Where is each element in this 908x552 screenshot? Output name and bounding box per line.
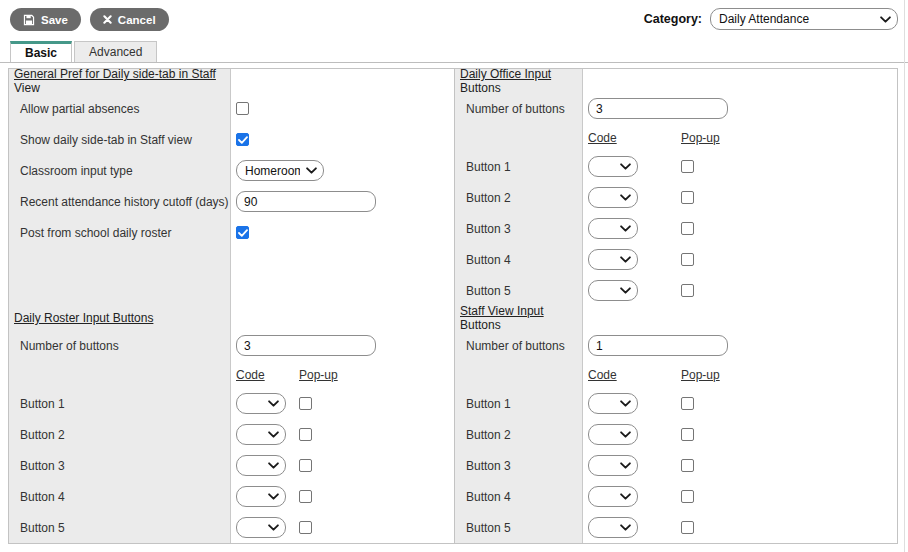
staff-view-input-buttons-number-of-buttons-row: Number of buttons	[455, 330, 897, 361]
daily-office-input-buttons-button-1-code-cell	[588, 156, 681, 177]
daily-roster-input-buttons-button-4-label: Button 4	[20, 490, 65, 504]
daily-office-input-buttons-button-5-code-select[interactable]	[588, 280, 638, 301]
section-title-general-text: General Pref for Daily side-tab in Staff…	[14, 67, 230, 95]
daily-roster-input-buttons-button-2-code-select[interactable]	[236, 424, 286, 445]
staff-view-input-buttons-button-4-row-label-cell: Button 4	[455, 481, 583, 512]
daily-office-input-buttons-button-2-code-select[interactable]	[588, 187, 638, 208]
daily-office-input-buttons-button-5-popup-checkbox[interactable]	[681, 284, 694, 297]
classroom-input-type-row-label-cell: Classroom input type	[9, 155, 231, 186]
staff-view-input-buttons-button-5-popup-checkbox[interactable]	[681, 521, 694, 534]
daily-office-input-buttons-button-4-code-select[interactable]	[588, 249, 638, 270]
daily-roster-input-buttons-button-5-code-select[interactable]	[236, 517, 286, 538]
section-title-daily-office-input-buttons-input-cell	[583, 69, 897, 93]
staff-view-input-buttons-button-2-row-label-cell: Button 2	[455, 419, 583, 450]
staff-view-input-buttons-button-4-popup-checkbox[interactable]	[681, 490, 694, 503]
staff-view-input-buttons-number-of-buttons-input[interactable]	[588, 335, 728, 356]
daily-office-input-buttons-button-4-popup-checkbox[interactable]	[681, 253, 694, 266]
daily-office-input-buttons-button-4-code-cell	[588, 249, 681, 270]
daily-roster-input-buttons-button-3-code-select[interactable]	[236, 455, 286, 476]
daily-roster-input-buttons-button-1-row-input-cell	[231, 388, 454, 419]
daily-office-input-buttons-button-2-row-input-cell	[583, 182, 897, 213]
staff-view-input-buttons-button-4-code-select[interactable]	[588, 486, 638, 507]
daily-office-input-buttons-button-2-code-cell	[588, 187, 681, 208]
daily-office-input-buttons-column-headers-row-input-cell: CodePop-up	[583, 124, 897, 151]
tab-basic[interactable]: Basic	[10, 41, 72, 62]
daily-roster-input-buttons-button-5-row: Button 5	[9, 512, 454, 543]
daily-office-input-buttons-button-1-code-select[interactable]	[588, 156, 638, 177]
spacer-row	[9, 248, 454, 306]
allow-partial-absences-checkbox[interactable]	[236, 102, 249, 115]
x-icon	[103, 15, 112, 24]
daily-roster-input-buttons-button-3-row-input-cell	[231, 450, 454, 481]
save-button[interactable]: Save	[10, 8, 81, 31]
staff-view-input-buttons-button-1-label: Button 1	[466, 397, 511, 411]
staff-view-input-buttons-button-2-label: Button 2	[466, 428, 511, 442]
daily-roster-input-buttons-button-4-code-cell	[236, 486, 299, 507]
daily-office-input-buttons-number-of-buttons-input[interactable]	[588, 98, 728, 119]
daily-roster-input-buttons-button-4-row-input-cell	[231, 481, 454, 512]
category-select[interactable]: Daily Attendance	[710, 8, 898, 30]
category-label: Category:	[644, 12, 702, 26]
allow-partial-absences-label: Allow partial absences	[20, 102, 139, 116]
staff-view-input-buttons-button-1-code-select[interactable]	[588, 393, 638, 414]
recent-attendance-history-cutoff-days-row: Recent attendance history cutoff (days)	[9, 186, 454, 217]
daily-roster-input-buttons-button-3-row-label-cell: Button 3	[9, 450, 231, 481]
chevron-down-icon	[620, 194, 631, 201]
daily-roster-input-buttons-button-3-label: Button 3	[20, 459, 65, 473]
staff-view-input-buttons-button-2-code-select[interactable]	[588, 424, 638, 445]
post-from-school-daily-roster-row-input-cell	[231, 217, 454, 248]
daily-roster-input-buttons-button-2-popup-checkbox[interactable]	[299, 428, 312, 441]
staff-view-input-buttons-button-2-popup-checkbox[interactable]	[681, 428, 694, 441]
staff-view-input-buttons-button-3-code-select[interactable]	[588, 455, 638, 476]
post-from-school-daily-roster-checkbox[interactable]	[236, 226, 249, 239]
popup-column-header: Pop-up	[299, 368, 338, 382]
staff-view-input-buttons-button-1-popup-checkbox[interactable]	[681, 397, 694, 410]
daily-roster-input-buttons-button-2-row-input-cell	[231, 419, 454, 450]
chevron-down-icon	[268, 431, 279, 438]
chevron-down-icon	[620, 163, 631, 170]
daily-roster-input-buttons-button-1-code-select[interactable]	[236, 393, 286, 414]
post-from-school-daily-roster-row: Post from school daily roster	[9, 217, 454, 248]
daily-roster-input-buttons-button-3-popup-checkbox[interactable]	[299, 459, 312, 472]
chevron-down-icon	[620, 462, 631, 469]
settings-panel-left: General Pref for Daily side-tab in Staff…	[9, 69, 455, 543]
daily-roster-input-buttons-button-2-label: Button 2	[20, 428, 65, 442]
daily-office-input-buttons-button-3-code-select[interactable]	[588, 218, 638, 239]
staff-view-input-buttons-button-1-row-label-cell: Button 1	[455, 388, 583, 419]
daily-office-input-buttons-button-3-popup-checkbox[interactable]	[681, 222, 694, 235]
classroom-input-type-select[interactable]: Homeroom	[236, 160, 324, 181]
daily-office-input-buttons-button-3-label: Button 3	[466, 222, 511, 236]
daily-roster-input-buttons-button-4-popup-checkbox[interactable]	[299, 490, 312, 503]
show-daily-side-tab-in-staff-view-checkbox[interactable]	[236, 133, 249, 146]
staff-view-input-buttons-button-2-row: Button 2	[455, 419, 897, 450]
tab-advanced[interactable]: Advanced	[74, 41, 157, 62]
daily-office-input-buttons-button-5-code-cell	[588, 280, 681, 301]
classroom-input-type-select-value: Homeroom	[237, 164, 300, 178]
daily-roster-input-buttons-number-of-buttons-input[interactable]	[236, 335, 376, 356]
daily-office-input-buttons-button-1-label: Button 1	[466, 160, 511, 174]
staff-view-input-buttons-button-3-popup-checkbox[interactable]	[681, 459, 694, 472]
daily-office-input-buttons-button-2-row-label-cell: Button 2	[455, 182, 583, 213]
daily-roster-input-buttons-button-3-code-cell	[236, 455, 299, 476]
tab-bar: Basic Advanced	[0, 41, 908, 63]
daily-roster-input-buttons-button-4-code-select[interactable]	[236, 486, 286, 507]
staff-view-input-buttons-button-5-code-select[interactable]	[588, 517, 638, 538]
toolbar: Save Cancel	[10, 8, 169, 31]
daily-roster-input-buttons-button-1-row-label-cell: Button 1	[9, 388, 231, 419]
staff-view-input-buttons-button-2-row-input-cell	[583, 419, 897, 450]
allow-partial-absences-row-input-cell	[231, 93, 454, 124]
page-edge-divider	[904, 0, 905, 552]
daily-roster-input-buttons-button-1-popup-checkbox[interactable]	[299, 397, 312, 410]
daily-roster-input-buttons-button-5-popup-checkbox[interactable]	[299, 521, 312, 534]
recent-attendance-history-cutoff-days-input[interactable]	[236, 191, 376, 212]
daily-office-input-buttons-button-2-popup-checkbox[interactable]	[681, 191, 694, 204]
daily-roster-input-buttons-button-5-label: Button 5	[20, 521, 65, 535]
cancel-button[interactable]: Cancel	[90, 8, 169, 31]
section-title-staff-view-input-buttons-label-cell: Staff View Input Buttons	[455, 306, 583, 330]
staff-view-input-buttons-button-3-row-label-cell: Button 3	[455, 450, 583, 481]
daily-roster-input-buttons-button-2-row-label-cell: Button 2	[9, 419, 231, 450]
staff-view-input-buttons-button-3-row: Button 3	[455, 450, 897, 481]
allow-partial-absences-row-label-cell: Allow partial absences	[9, 93, 231, 124]
daily-office-input-buttons-button-1-popup-checkbox[interactable]	[681, 160, 694, 173]
staff-view-input-buttons-button-5-label: Button 5	[466, 521, 511, 535]
